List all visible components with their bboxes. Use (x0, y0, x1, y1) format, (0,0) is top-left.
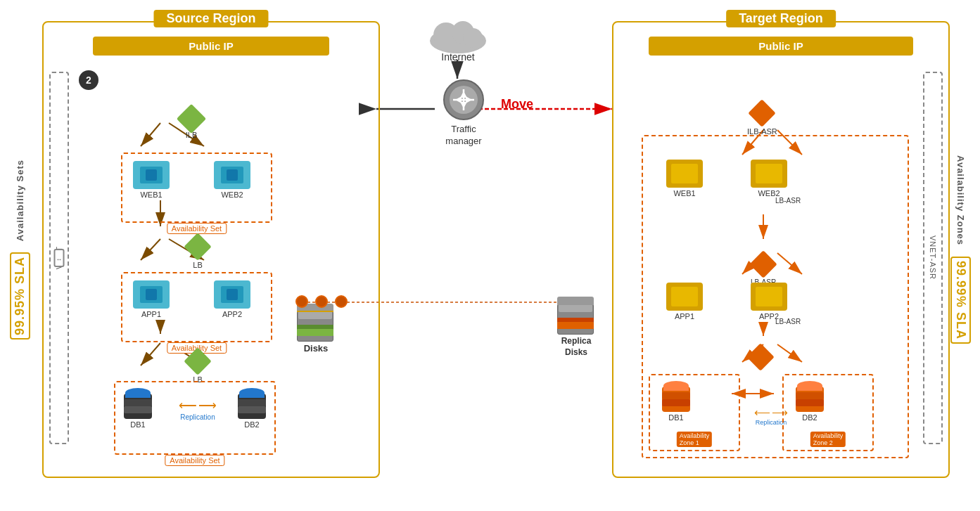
target-lb-asr2 (751, 347, 770, 367)
cloud-svg (426, 13, 490, 55)
source-web1: WEB1 (133, 161, 170, 199)
target-public-ip-bar: Public IP (649, 37, 913, 56)
target-web1-icon (666, 160, 703, 188)
replication-dots (295, 295, 348, 308)
traffic-manager-section: Trafficmanager (432, 79, 495, 148)
target-db1: DB1 (661, 381, 692, 422)
disks-icon (297, 304, 335, 342)
source-db1-label: DB1 (130, 420, 145, 429)
internet-section: Internet (419, 13, 497, 63)
traffic-manager-icon (443, 79, 485, 121)
replication-arrows: ⟵ ⟶ (179, 398, 217, 413)
target-db2-label: DB2 (802, 413, 817, 422)
rep-dot1 (295, 295, 308, 308)
db2-icon (236, 388, 267, 419)
target-sla-badge: 99.99% SLA (950, 257, 971, 344)
rep-dot2 (315, 295, 328, 308)
ilb-asr-icon (749, 99, 777, 127)
avail-zone2-box: DB2 AvailabilityZone 2 (782, 374, 874, 451)
source-db2: DB2 (236, 388, 267, 429)
ilb-icon (177, 104, 206, 134)
app-avail-set-box: APP1 APP2 Availability Set (121, 272, 272, 342)
lb-asr1-icon (749, 250, 777, 278)
source-sla-badge: 99.95% SLA (10, 252, 30, 339)
source-lb2: LB (188, 351, 208, 384)
lb1-label: LB (193, 261, 202, 269)
source-web1-label: WEB1 (140, 190, 162, 199)
lb-asr-label1: LB-ASR (775, 197, 801, 205)
availability-zones-label: Availability Zones (955, 155, 966, 245)
app2-vm-icon (214, 280, 250, 309)
vnet-bar: VNET ↔ (49, 72, 69, 444)
source-disks: Disks (297, 304, 335, 354)
source-replication: ⟵ ⟶ Replication (179, 398, 217, 421)
source-db1: DB1 (122, 388, 153, 429)
target-db1-icon (661, 381, 692, 412)
web-avail-set-label: Availability Set (167, 223, 227, 234)
source-region-label: Source Region (153, 10, 268, 27)
source-region: Source Region Public IP VNET ↔ 2 ILB (42, 21, 380, 478)
rep-dot3 (335, 295, 348, 308)
avail-zone1-box: DB1 AvailabilityZone 1 (649, 374, 740, 451)
source-replication-label: Replication (180, 413, 215, 421)
source-ilb: ILB (181, 108, 202, 139)
source-app2-label: APP2 (222, 310, 242, 318)
target-web2-icon (751, 160, 787, 188)
target-web1-label: WEB1 (673, 189, 695, 198)
source-lb1: LB (188, 237, 208, 269)
source-app1: APP1 (133, 280, 170, 318)
source-web2: WEB2 (214, 161, 250, 199)
internet-label: Internet (441, 51, 474, 63)
vnet-asr-bar: VNET-ASR (923, 72, 943, 444)
db-avail-set-box: DB1 ⟵ ⟶ Replication DB2 Avail (114, 381, 276, 455)
avail-zones-bar: Availability Zones 99.99% SLA (946, 21, 974, 478)
source-app1-label: APP1 (141, 310, 161, 318)
db1-icon (122, 388, 153, 419)
lb1-icon (184, 233, 212, 261)
source-web2-label: WEB2 (221, 190, 243, 199)
vnet-asr-label: VNET-ASR (929, 235, 937, 280)
avail-sets-bar: Availability Sets 99.95% SLA (6, 21, 34, 478)
target-app1-label: APP1 (675, 312, 694, 321)
replica-disks-icon (557, 297, 595, 335)
source-public-ip-bar: Public IP (93, 37, 329, 56)
target-app1: APP1 (666, 283, 703, 321)
zone2-label: AvailabilityZone 2 (810, 432, 846, 447)
diagram-container: Source Region Public IP VNET ↔ 2 ILB (0, 0, 980, 511)
source-app2: APP2 (214, 280, 250, 318)
disks-label: Disks (304, 343, 329, 354)
target-ilb-asr: ILB-ASR (747, 103, 777, 136)
target-region: Target Region Public IP VNET-ASR ILB-ASR… (612, 21, 950, 478)
target-app2: APP2 (751, 283, 787, 321)
target-lb-asr1: LB-ASR (751, 254, 776, 286)
lb-asr-label2: LB-ASR (775, 318, 801, 325)
web1-vm-icon (133, 161, 170, 189)
traffic-manager-label: Trafficmanager (445, 124, 481, 148)
move-label: Move (501, 97, 533, 112)
source-db2-label: DB2 (244, 420, 259, 429)
lb-asr2-icon (746, 343, 775, 371)
availability-sets-label: Availability Sets (15, 160, 25, 241)
target-db2: DB2 (794, 381, 825, 422)
replica-disks: ReplicaDisks (557, 297, 595, 358)
replica-disks-label: ReplicaDisks (561, 336, 592, 358)
target-app2-icon (751, 283, 787, 311)
lb2-icon (184, 347, 212, 375)
zone1-label: AvailabilityZone 1 (677, 432, 712, 447)
db-avail-set-label: Availability Set (165, 455, 224, 466)
target-web1: WEB1 (666, 160, 703, 198)
target-web2: WEB2 (751, 160, 787, 198)
target-db2-icon (794, 381, 825, 412)
web-avail-set-box: WEB1 WEB2 Availability Set (121, 153, 272, 223)
target-db1-label: DB1 (668, 413, 683, 422)
app1-vm-icon (133, 280, 170, 309)
web2-vm-icon (214, 161, 250, 189)
num-badge: 2 (79, 70, 98, 90)
target-region-label: Target Region (726, 10, 836, 27)
svg-point-32 (463, 28, 483, 48)
target-app1-icon (666, 283, 703, 311)
